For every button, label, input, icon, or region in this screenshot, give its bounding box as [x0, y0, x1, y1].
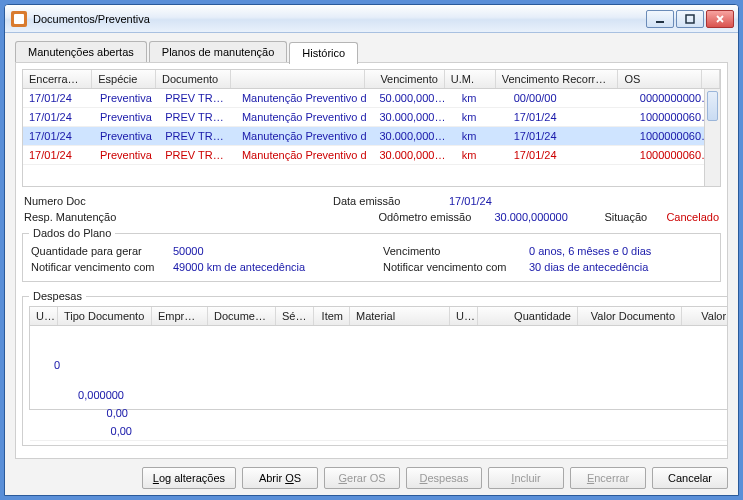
notif2-label: Notificar vencimento com	[383, 261, 523, 273]
col-encerramento[interactable]: Encerramento	[23, 70, 92, 88]
col-documento[interactable]: Documento	[156, 70, 231, 88]
history-grid[interactable]: Encerramento Espécie Documento Venciment…	[22, 69, 721, 187]
col-empresa[interactable]: Empresa	[152, 307, 208, 325]
tab-manutencoes-abertas[interactable]: Manutenções abertas	[15, 41, 147, 63]
window: Documentos/Preventiva Manutenções aberta…	[4, 4, 739, 496]
col-item[interactable]: Item	[314, 307, 350, 325]
table-row[interactable]: 0 0,000000 0,00 0,00	[30, 326, 728, 441]
button-bar: Log alterações Abrir OS Gerar OS Despesa…	[15, 459, 728, 489]
cell-valor-cons: 0,00	[30, 422, 138, 440]
odometro-value: 30.000,000000	[494, 211, 604, 223]
col-spacer	[702, 70, 720, 88]
col-valor-doc[interactable]: Valor Documento	[578, 307, 682, 325]
table-row[interactable]: 17/01/24 Preventiva PREV TRAT1 Manutençã…	[23, 146, 720, 165]
despesas-grid[interactable]: UN Tipo Documento Empresa Documento Séri…	[29, 306, 728, 410]
cell-quantidade: 0,000000	[30, 386, 130, 404]
col-um[interactable]: U.M.	[445, 70, 496, 88]
minimize-button[interactable]	[646, 10, 674, 28]
tab-bar: Manutenções abertas Planos de manutenção…	[15, 41, 728, 63]
svg-rect-1	[686, 15, 694, 23]
col-venc-recorrencia[interactable]: Vencimento Recorrência	[496, 70, 619, 88]
notif1-value: 49000 km de antecedência	[173, 261, 383, 273]
log-alteracoes-button[interactable]: Log alterações	[142, 467, 236, 489]
client-area: Manutenções abertas Planos de manutenção…	[5, 33, 738, 495]
table-row[interactable]: 17/01/24 Preventiva PREV TRAT1 Manutençã…	[23, 89, 720, 108]
col-documento2[interactable]: Documento	[208, 307, 276, 325]
close-button[interactable]	[706, 10, 734, 28]
notif1-label: Notificar vencimento com	[31, 261, 167, 273]
despesas-legend: Despesas	[29, 290, 86, 302]
tab-panel: Encerramento Espécie Documento Venciment…	[15, 62, 728, 459]
notif2-value: 30 dias de antecedência	[529, 261, 648, 273]
col-quantidade[interactable]: Quantidade	[478, 307, 578, 325]
col-un[interactable]: UN	[30, 307, 58, 325]
col-desc[interactable]	[231, 70, 365, 88]
col-um2[interactable]: UM	[450, 307, 478, 325]
despesas-fieldset: Despesas UN Tipo Documento Empresa Docum…	[22, 290, 728, 446]
tab-historico[interactable]: Histórico	[289, 42, 358, 64]
encerrar-button[interactable]: Encerrar	[570, 467, 646, 489]
venc-label: Vencimento	[383, 245, 523, 257]
despesas-button[interactable]: Despesas	[406, 467, 482, 489]
col-valor-cons[interactable]: Valor Considerar	[682, 307, 728, 325]
cell-item: 0	[30, 356, 66, 374]
venc-value: 0 anos, 6 mêses e 0 dias	[529, 245, 651, 257]
qtd-label: Quantidade para gerar	[31, 245, 167, 257]
despesas-header: UN Tipo Documento Empresa Documento Séri…	[30, 307, 728, 326]
tab-planos-manutencao[interactable]: Planos de manutenção	[149, 41, 288, 63]
scroll-thumb[interactable]	[707, 91, 718, 121]
situacao-value: Cancelado	[666, 211, 719, 223]
col-tipo-doc[interactable]: Tipo Documento	[58, 307, 152, 325]
detail-section: Numero Doc Data emissão 17/01/24 Resp. M…	[22, 193, 721, 225]
cancelar-button[interactable]: Cancelar	[652, 467, 728, 489]
resp-label: Resp. Manutenção	[24, 211, 134, 223]
window-title: Documentos/Preventiva	[33, 13, 646, 25]
table-row[interactable]: 17/01/24 Preventiva PREV TRAT1 Manutençã…	[23, 127, 720, 146]
data-emissao-label: Data emissão	[333, 195, 443, 207]
incluir-button[interactable]: Incluir	[488, 467, 564, 489]
maximize-button[interactable]	[676, 10, 704, 28]
odometro-label: Odômetro emissão	[378, 211, 488, 223]
col-serie[interactable]: Série	[276, 307, 314, 325]
numero-doc-label: Numero Doc	[24, 195, 134, 207]
grid-header: Encerramento Espécie Documento Venciment…	[23, 70, 720, 89]
plano-legend: Dados do Plano	[29, 227, 115, 239]
col-material[interactable]: Material	[350, 307, 450, 325]
col-os[interactable]: OS	[618, 70, 702, 88]
cell-valor-doc: 0,00	[30, 404, 134, 422]
svg-rect-0	[656, 21, 664, 23]
col-vencimento[interactable]: Vencimento	[365, 70, 445, 88]
situacao-label: Situação	[604, 211, 660, 223]
grid-vscroll[interactable]	[704, 89, 720, 186]
gerar-os-button[interactable]: Gerar OS	[324, 467, 400, 489]
titlebar[interactable]: Documentos/Preventiva	[5, 5, 738, 33]
col-especie[interactable]: Espécie	[92, 70, 156, 88]
plano-fieldset: Dados do Plano Quantidade para gerar 500…	[22, 227, 721, 282]
data-emissao-value: 17/01/24	[449, 195, 559, 207]
grid-body: 17/01/24 Preventiva PREV TRAT1 Manutençã…	[23, 89, 720, 186]
abrir-os-button[interactable]: Abrir OS	[242, 467, 318, 489]
qtd-value: 50000	[173, 245, 383, 257]
table-row[interactable]: 17/01/24 Preventiva PREV TRAT1 Manutençã…	[23, 108, 720, 127]
app-icon	[11, 11, 27, 27]
